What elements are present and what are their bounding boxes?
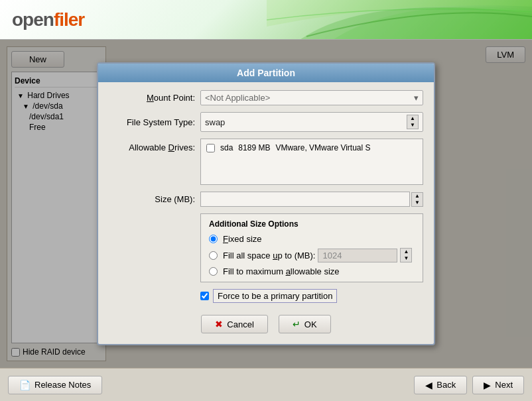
allowable-drives-control: sda 8189 MB VMware, VMware Virtual S <box>200 139 423 185</box>
cancel-icon: ✖ <box>215 319 223 329</box>
size-row: Size (MB): 1024 ▲ ▼ <box>109 192 423 207</box>
size-input[interactable]: 1024 <box>200 192 410 207</box>
dialog-overlay: Add Partition Mount Point: <Not Applicab… <box>0 40 532 368</box>
notes-icon: 📄 <box>19 380 31 390</box>
drive-name: sda <box>220 143 233 152</box>
spin-up-button[interactable]: ▲ <box>407 115 418 122</box>
additional-size-row: Additional Size Options Fixed size Fill … <box>109 213 423 282</box>
fill-space-row: Fill all space up to (MB): ▲ ▼ <box>209 248 415 262</box>
filesystem-type-control: swap ▲ ▼ <box>200 112 423 132</box>
fill-space-radio[interactable] <box>209 251 218 260</box>
allowable-drives-row: Allowable Drives: sda 8189 MB VMware, VM… <box>109 139 423 185</box>
size-label: Size (MB): <box>109 194 195 204</box>
footer-nav-buttons: ◀ Back ▶ Next <box>414 376 524 394</box>
drive-desc: VMware, VMware Virtual S <box>275 143 370 152</box>
cancel-button[interactable]: ✖ Cancel <box>201 315 267 333</box>
dialog-body: Mount Point: <Not Applicable> ▾ File Sys… <box>98 82 434 344</box>
size-control: 1024 ▲ ▼ <box>200 192 423 207</box>
max-size-label: Fill to maximum allowable size <box>223 266 340 276</box>
filesystem-type-value: swap <box>205 117 225 127</box>
force-primary-row: Force to be a primary partition <box>109 289 423 303</box>
fixed-size-row: Fixed size <box>209 234 415 244</box>
drive-checkbox[interactable] <box>206 144 215 152</box>
header-decoration <box>267 0 532 40</box>
release-notes-label: Release Notes <box>34 380 91 390</box>
size-spin-up-button[interactable]: ▲ <box>412 193 423 200</box>
back-button[interactable]: ◀ Back <box>414 376 467 394</box>
header: openfiler <box>0 0 532 40</box>
ok-button[interactable]: ↵ OK <box>279 315 331 333</box>
cancel-label: Cancel <box>227 319 253 329</box>
footer: 📄 Release Notes ◀ Back ▶ Next <box>0 368 532 401</box>
fill-spin-down[interactable]: ▼ <box>401 255 411 262</box>
ok-label: OK <box>304 319 317 329</box>
size-spin-down-button[interactable]: ▼ <box>412 200 423 206</box>
logo: openfiler <box>12 9 84 30</box>
size-spinner[interactable]: ▲ ▼ <box>411 192 423 207</box>
back-label: Back <box>436 380 456 390</box>
force-primary-label: Force to be a primary partition <box>213 289 337 303</box>
fill-space-spinner[interactable]: ▲ ▼ <box>400 248 412 262</box>
allowable-drives-label: Allowable Drives: <box>109 143 195 152</box>
add-partition-dialog: Add Partition Mount Point: <Not Applicab… <box>97 62 435 345</box>
fill-space-control: Fill all space up to (MB): ▲ ▼ <box>223 248 415 262</box>
back-icon: ◀ <box>425 380 432 390</box>
dropdown-arrow-icon: ▾ <box>414 93 419 103</box>
dialog-buttons: ✖ Cancel ↵ OK <box>109 310 423 336</box>
next-button[interactable]: ▶ Next <box>472 376 524 394</box>
size-options-title: Additional Size Options <box>209 219 415 229</box>
fill-spin-up[interactable]: ▲ <box>401 249 411 255</box>
drives-box: sda 8189 MB VMware, VMware Virtual S <box>200 139 423 185</box>
fill-space-label: Fill all space up to (MB): <box>223 251 315 260</box>
size-options-box: Additional Size Options Fixed size Fill … <box>200 213 423 282</box>
force-primary-checkbox[interactable] <box>200 292 209 300</box>
release-notes-button[interactable]: 📄 Release Notes <box>8 376 102 394</box>
max-size-radio[interactable] <box>209 267 218 276</box>
filesystem-type-row: File System Type: swap ▲ ▼ <box>109 112 423 132</box>
filesystem-spinner[interactable]: ▲ ▼ <box>407 115 419 129</box>
additional-size-control: Additional Size Options Fixed size Fill … <box>200 213 423 282</box>
drive-size: 8189 MB <box>238 143 270 152</box>
fixed-size-label: Fixed size <box>223 234 262 244</box>
mount-point-row: Mount Point: <Not Applicable> ▾ <box>109 90 423 105</box>
fixed-size-radio[interactable] <box>209 235 218 243</box>
next-icon: ▶ <box>484 380 491 390</box>
next-label: Next <box>495 380 513 390</box>
filesystem-type-label: File System Type: <box>109 117 195 127</box>
mount-point-select[interactable]: <Not Applicable> ▾ <box>200 90 423 105</box>
mount-point-value: <Not Applicable> <box>205 93 270 103</box>
filesystem-type-select[interactable]: swap ▲ ▼ <box>200 112 423 132</box>
mount-point-label: Mount Point: <box>109 93 195 103</box>
ok-icon: ↵ <box>293 319 300 329</box>
dialog-title: Add Partition <box>98 64 434 82</box>
fill-space-input[interactable] <box>318 249 397 262</box>
max-size-row: Fill to maximum allowable size <box>209 266 415 276</box>
force-primary-control: Force to be a primary partition <box>200 289 337 303</box>
drive-row: sda 8189 MB VMware, VMware Virtual S <box>206 143 417 152</box>
mount-point-control: <Not Applicable> ▾ <box>200 90 423 105</box>
spin-down-button[interactable]: ▼ <box>407 122 418 129</box>
